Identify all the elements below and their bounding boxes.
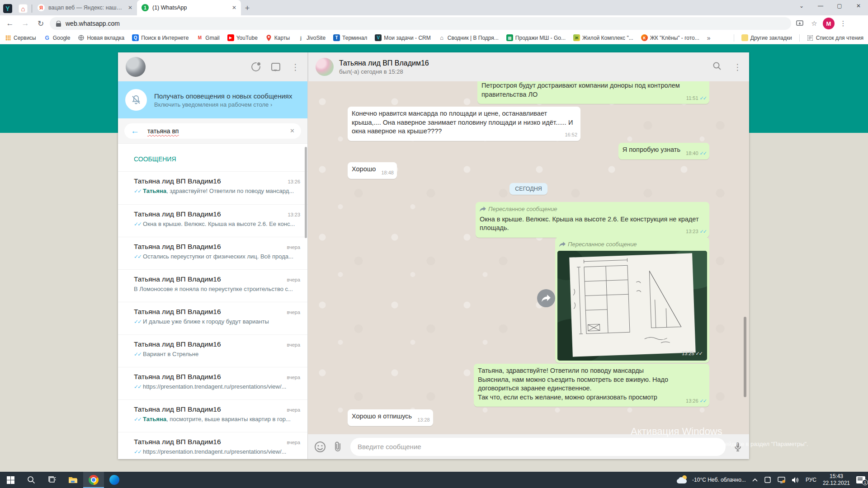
task-view-button[interactable]	[42, 472, 62, 488]
bookmark-newtab[interactable]: Новая вкладка	[78, 34, 124, 41]
taskbar-clock[interactable]: 15:43 22.12.2021	[823, 473, 850, 487]
bookmark-gmail[interactable]: MGmail	[196, 34, 219, 41]
other-bookmarks-button[interactable]: Другие закладки	[741, 34, 792, 41]
contact-name: Татьяна лид ВП Владим16	[339, 59, 429, 67]
taskbar-edge-button[interactable]	[104, 472, 125, 488]
incoming-message[interactable]: Хорошо 18:48	[348, 162, 397, 179]
status-icon[interactable]	[251, 62, 260, 71]
list-item[interactable]: Татьяна лид ВП Владим16вчера ✓✓Остались …	[118, 237, 307, 269]
close-button[interactable]: ✕	[849, 0, 868, 12]
sidebar-scrollbar[interactable]	[305, 147, 307, 238]
bookmark-complex[interactable]: ЖЖилой Комплекс "...	[573, 34, 633, 41]
bookmark-sales-sheet[interactable]: ▦Продажи МШ - Go...	[506, 34, 566, 41]
emoji-icon[interactable]	[314, 441, 326, 453]
chat-scrollbar[interactable]	[744, 317, 746, 397]
outgoing-message[interactable]: Я попробую узнать 18:40✓✓	[618, 143, 709, 160]
bookmark-google[interactable]: GGoogle	[44, 34, 71, 41]
forward-button[interactable]: →	[19, 17, 32, 30]
bookmark-youtube[interactable]: ▶YouTube	[227, 34, 258, 41]
language-indicator[interactable]: РУС	[806, 477, 816, 483]
sidebar: ⋮ Получать оповещения о новых сообщениях…	[118, 52, 308, 459]
bookmark-star-icon[interactable]: ☆	[808, 18, 820, 29]
back-arrow-icon[interactable]: ←	[131, 126, 139, 136]
new-chat-icon[interactable]	[271, 63, 280, 71]
reading-list-button[interactable]: Список для чтения	[807, 34, 863, 41]
tab-close-icon[interactable]: ✕	[232, 5, 236, 11]
search-input[interactable]: ← татьяна вп ✕	[124, 123, 301, 139]
tray-tablet-icon[interactable]	[764, 476, 771, 483]
list-item[interactable]: Татьяна лид ВП Владим16вчера В Ломоносов…	[118, 269, 307, 302]
new-tab-button[interactable]: +	[241, 2, 254, 14]
file-explorer-button[interactable]	[62, 472, 83, 488]
maximize-button[interactable]: ▢	[830, 0, 849, 12]
message-row: Пересланное сообщение	[348, 237, 709, 363]
list-item[interactable]: Татьяна лид ВП Владим16вчера ✓✓И дальше …	[118, 302, 307, 334]
spreadsheet-icon: ▦	[506, 34, 513, 41]
notifications-banner[interactable]: Получать оповещения о новых сообщениях В…	[118, 81, 307, 118]
bookmark-kleny[interactable]: КЖК "Клёны" - гото...	[641, 34, 699, 41]
date-divider-row: СЕГОДНЯ	[348, 183, 709, 195]
list-item[interactable]: Татьяна лид ВП Владим16вчера ✓✓Татьяна, …	[118, 399, 307, 432]
forward-message-button[interactable]	[537, 289, 555, 307]
outgoing-message[interactable]: Татьяна, здравствуйте! Ответили по повод…	[474, 364, 709, 407]
back-button[interactable]: ←	[4, 17, 16, 30]
refresh-button[interactable]: ↻	[34, 17, 47, 30]
address-bar[interactable]: web.whatsapp.com	[50, 17, 791, 30]
weather-widget[interactable]: -10°C Неб. облачно...	[677, 476, 746, 483]
tray-chevron-icon[interactable]	[752, 478, 758, 482]
bookmark-jivosite[interactable]: jJivoSite	[297, 34, 326, 41]
forward-arrow-icon	[559, 242, 566, 247]
forwarded-message[interactable]: Пересланное сообщение Окна в крыше. Велю…	[476, 202, 709, 238]
list-item[interactable]: Татьяна лид ВП Владим16вчера ✓✓Вариант в…	[118, 334, 307, 367]
install-app-icon[interactable]	[794, 18, 806, 29]
tray-display-icon[interactable]	[778, 477, 785, 483]
chat-menu-icon[interactable]: ⋮	[733, 62, 742, 72]
list-item[interactable]: Татьяна лид ВП Владим1613:23 ✓✓Окна в кр…	[118, 204, 307, 237]
pinned-tab-realty[interactable]: ⌂	[15, 2, 31, 15]
chat-search-icon[interactable]	[712, 61, 722, 72]
chat-header[interactable]: Татьяна лид ВП Владим16 был(-а) сегодня …	[308, 52, 749, 81]
outgoing-message[interactable]: Петростроя будут достраивают компании до…	[477, 81, 709, 104]
tab-search-icon[interactable]: ⌄	[792, 0, 811, 12]
bookmark-crm-tasks[interactable]: VМои задачи - CRM	[375, 34, 430, 41]
start-button[interactable]	[0, 472, 21, 488]
taskbar-search-button[interactable]	[21, 472, 42, 488]
list-item[interactable]: Татьяна лид ВП Владим16вчера ✓✓https://p…	[118, 432, 307, 459]
bookmark-websearch[interactable]: QПоиск в Интернете	[132, 34, 189, 41]
action-center-icon[interactable]: 1	[856, 476, 865, 483]
message-row: Татьяна, здравствуйте! Ответили по повод…	[348, 364, 709, 407]
bookmarks-overflow-icon[interactable]: »	[707, 34, 711, 42]
jivosite-icon: j	[297, 34, 304, 41]
sidebar-menu-icon[interactable]: ⋮	[291, 62, 300, 72]
tab-yandex-search[interactable]: Я вацап веб — Яндекс: нашлось 5 ✕	[33, 0, 137, 15]
pinned-tab-yandex[interactable]: Y	[0, 2, 15, 15]
list-item[interactable]: Татьяна лид ВП Владим16вчера ✓✓https://p…	[118, 367, 307, 399]
bookmark-terminal[interactable]: TТерминал	[333, 34, 367, 41]
chat-preview: ✓✓Остались переуступки от физических лиц…	[134, 253, 300, 260]
message-row: Я попробую узнать 18:40✓✓	[348, 143, 709, 160]
tab-close-icon[interactable]: ✕	[128, 5, 132, 11]
bookmark-services[interactable]: Сервисы	[5, 34, 36, 41]
volume-icon[interactable]	[792, 477, 799, 483]
forwarded-image-message[interactable]: Пересланное сообщение	[555, 237, 709, 363]
banner-subtitle[interactable]: Включить уведомления на рабочем столе ›	[154, 101, 292, 108]
taskbar-chrome-button[interactable]	[83, 472, 104, 488]
browser-profile-avatar[interactable]: M	[823, 18, 835, 29]
list-item[interactable]: Татьяна лид ВП Владим1613:26 ✓✓Татьяна, …	[118, 172, 307, 204]
incoming-message[interactable]: Хорошо я отпишусь 13:28	[348, 409, 433, 426]
bookmark-svodnik[interactable]: ⌂Сводник | В Подря...	[439, 34, 499, 41]
attached-photo-floorplan-sketch[interactable]: 13:25✓✓	[557, 251, 707, 361]
incoming-message[interactable]: Конечно нравится мансарда по площади и ц…	[348, 107, 580, 141]
bookmark-maps[interactable]: Карты	[265, 34, 290, 41]
attach-icon[interactable]	[333, 441, 343, 452]
clear-search-icon[interactable]: ✕	[290, 127, 295, 134]
yandex-favicon-icon: Я	[38, 4, 45, 11]
tab-whatsapp[interactable]: 1 (1) WhatsApp ✕	[137, 0, 241, 15]
minimize-button[interactable]: —	[811, 0, 830, 12]
browser-menu-icon[interactable]: ⋮	[837, 18, 849, 29]
my-avatar[interactable]	[126, 57, 146, 77]
contact-avatar[interactable]	[316, 58, 334, 76]
browser-tab-strip: Y ⌂ Я вацап веб — Яндекс: нашлось 5 ✕ 1 …	[0, 0, 868, 15]
google-icon: G	[44, 34, 51, 41]
message-row: Петростроя будут достраивают компании до…	[348, 81, 709, 104]
